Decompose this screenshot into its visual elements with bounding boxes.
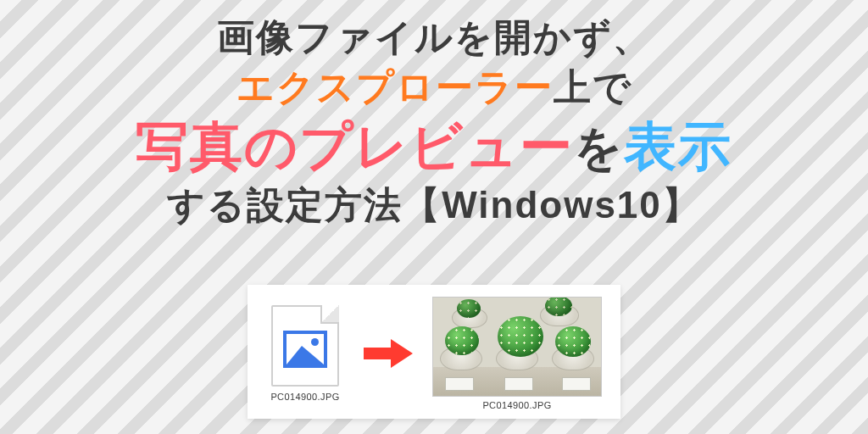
filename-right: PC014900.JPG [427,400,607,410]
headline-line-2: エクスプローラー上で [0,65,868,110]
headline-line-1: 画像ファイルを開かず、 [0,15,868,60]
word-explorer: エクスプローラー [236,66,554,108]
generic-image-file-icon [271,305,339,387]
word-display: 表示 [624,117,732,175]
filename-left: PC014900.JPG [261,392,349,402]
file-before: PC014900.JPG [261,305,349,402]
file-after: PC014900.JPG [427,297,607,410]
word-wo: を [574,121,624,175]
before-after-panel: PC014900.JPG [248,285,620,419]
photo-thumbnail [432,297,602,397]
word-photo-preview: 写真のプレビュー [136,117,574,175]
picture-glyph-icon [283,331,327,368]
word-on: 上で [554,66,632,108]
arrow-right-icon [359,337,418,370]
headline-line-4: する設定方法【Windows10】 [0,183,868,228]
headline-line-3: 写真のプレビューを表示 [0,115,868,178]
headline: 画像ファイルを開かず、 エクスプローラー上で 写真のプレビューを表示 する設定方… [0,0,868,228]
